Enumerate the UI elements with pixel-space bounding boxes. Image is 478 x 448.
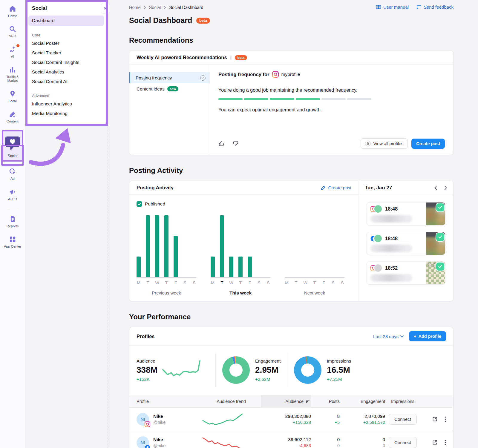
sidebar-item-ai[interactable]: AI: [1, 45, 24, 59]
posting-bar-chart: MTWTFSS Previous week MTWTFSS This week …: [137, 216, 351, 296]
external-link-icon[interactable]: [432, 440, 437, 445]
menu-item-influencer-analytics[interactable]: Influencer Analytics: [25, 99, 108, 109]
scheduled-posts-list: 18:48 18:48: [359, 195, 453, 292]
help-icon[interactable]: ?: [200, 75, 206, 81]
info-icon[interactable]: [230, 56, 232, 60]
column-posts[interactable]: Posts: [311, 395, 340, 407]
column-impressions[interactable]: Impressions: [385, 395, 420, 407]
profile-avatar: [374, 205, 382, 213]
next-day-chevron-icon[interactable]: [444, 185, 447, 190]
tab-content-ideas[interactable]: Content ideas new: [129, 83, 210, 94]
prev-day-chevron-icon[interactable]: [434, 185, 437, 190]
post-item[interactable]: 18:52 mate in exac 2 moves, but ho: [367, 261, 445, 285]
kebab-menu-icon[interactable]: [445, 440, 446, 445]
menu-item-social-content-insights[interactable]: Social Content Insights: [25, 58, 108, 67]
posting-activity-card: Posting Activity Create post Published: [129, 181, 454, 301]
user-manual-link[interactable]: User manual: [376, 4, 409, 10]
day-label: M: [285, 280, 289, 285]
kebab-menu-icon[interactable]: [445, 416, 446, 422]
sidebar-item-label: Reports: [7, 224, 19, 228]
sidebar-item-ai-pr[interactable]: AI PR: [1, 188, 24, 201]
menu-item-dashboard[interactable]: Dashboard: [28, 16, 104, 26]
sidebar-item-social-selected[interactable]: Social: [2, 130, 23, 162]
posts-delta: +5: [311, 420, 340, 425]
date-range-dropdown[interactable]: Last 28 days: [373, 334, 404, 339]
avatar: NI: [137, 436, 149, 448]
sidebar-item-traffic-market[interactable]: Traffic & Market: [1, 66, 24, 83]
chevron-right-icon: [164, 6, 166, 9]
sidebar-item-ad[interactable]: Ad: [1, 168, 24, 181]
collapse-panel-button[interactable]: [101, 3, 109, 14]
create-post-button[interactable]: Create post: [411, 139, 445, 149]
document-icon: [9, 215, 16, 223]
menu-item-social-tracker[interactable]: Social Tracker: [25, 48, 108, 58]
recommendations-section-title: Recommendations: [129, 36, 454, 45]
seo-magnifier-icon: [9, 25, 16, 33]
menu-item-social-content-ai[interactable]: Social Content AI: [25, 77, 108, 86]
add-profile-button[interactable]: + Add profile: [409, 331, 446, 341]
sidebar-item-home[interactable]: Home: [1, 5, 24, 18]
connect-button[interactable]: Connect: [389, 414, 417, 425]
bar-chart-icon: [9, 66, 16, 73]
column-engagement[interactable]: Engagement: [340, 395, 385, 407]
menu-item-social-analytics[interactable]: Social Analytics: [25, 67, 108, 77]
sidebar-item-local[interactable]: Local: [1, 90, 24, 103]
external-link-icon[interactable]: [432, 417, 437, 422]
column-audience-sorted[interactable]: Audience: [261, 395, 311, 407]
bar: [137, 257, 141, 277]
tab-posting-frequency[interactable]: Posting frequency ?: [129, 72, 210, 83]
sidebar-item-label: Home: [8, 14, 17, 18]
avatar: NI: [137, 413, 149, 426]
menu-item-media-monitoring[interactable]: Media Monitoring: [25, 109, 108, 118]
thumbs-up-icon[interactable]: [218, 140, 225, 147]
sidebar-item-app-center[interactable]: App Center: [1, 235, 24, 248]
breadcrumb-current: Social Dashboard: [169, 5, 203, 10]
recommendation-text-2: You can expect optimal engagement and gr…: [218, 107, 445, 113]
day-label: S: [192, 280, 196, 285]
audience-value: 298,302,880: [261, 414, 311, 419]
published-checkbox-checked[interactable]: [137, 201, 142, 207]
thumbs-down-icon[interactable]: [232, 140, 239, 147]
megaphone-icon: [9, 188, 16, 196]
post-time: 18:48: [385, 236, 398, 241]
published-check-badge: [436, 233, 444, 241]
engagement-value: 2,870,099: [340, 414, 385, 419]
sidebar-item-label: Ad: [10, 177, 15, 181]
post-time: 18:52: [385, 265, 398, 271]
divider: [215, 353, 216, 387]
sidebar-item-label: AI PR: [8, 197, 17, 201]
engagement-value: 0: [340, 437, 385, 442]
sidebar-item-seo[interactable]: SEO: [1, 25, 24, 38]
sidebar-item-content[interactable]: Content: [1, 110, 24, 123]
posts-delta: 0: [311, 443, 340, 448]
breadcrumb-social[interactable]: Social: [149, 5, 161, 10]
published-filter[interactable]: Published: [137, 201, 351, 207]
page-title: Social Dashboard: [129, 16, 192, 25]
progress-segment: [321, 98, 346, 100]
post-item[interactable]: 18:48: [367, 202, 445, 225]
post-item[interactable]: 18:48: [367, 232, 445, 255]
profile-handle: @nike: [153, 443, 166, 448]
plus-icon: +: [414, 334, 416, 339]
menu-section-advanced: Advanced: [32, 93, 108, 98]
stat-impressions: Impressions 16.5M +7.25M: [294, 356, 351, 384]
frequency-progress-bar: [218, 98, 371, 100]
column-audience-trend: Audience trend: [202, 395, 261, 407]
create-post-link[interactable]: Create post: [321, 185, 351, 190]
beta-badge: beta: [196, 18, 210, 24]
table-row-nike-instagram[interactable]: NI Nike @nike 298,302,880 +156,328 8 +5: [129, 408, 453, 431]
bars: [137, 216, 196, 278]
sidebar-item-label: Traffic & Market: [1, 75, 24, 83]
send-feedback-link[interactable]: Send feedback: [416, 4, 454, 10]
recommendations-card: Weekly AI-powered Recommendations beta P…: [129, 50, 454, 155]
connect-button[interactable]: Connect: [389, 437, 417, 448]
day-labels: MTWTFSS: [285, 280, 344, 285]
audience-value: 39,602,112: [261, 437, 311, 442]
table-row-nike-facebook[interactable]: NI Nike @nike 39,602,112 -4,683 0 0 0: [129, 431, 453, 448]
sidebar-item-reports[interactable]: Reports: [1, 215, 24, 228]
primary-sidebar: Home SEO AI Traffic & Market Local Conte…: [0, 0, 25, 448]
breadcrumb-home[interactable]: Home: [129, 5, 141, 10]
menu-item-social-poster[interactable]: Social Poster: [25, 39, 108, 48]
view-all-profiles-button[interactable]: 5 View all profiles: [361, 138, 408, 149]
recommendations-card-title: Weekly AI-powered Recommendations: [137, 55, 227, 60]
